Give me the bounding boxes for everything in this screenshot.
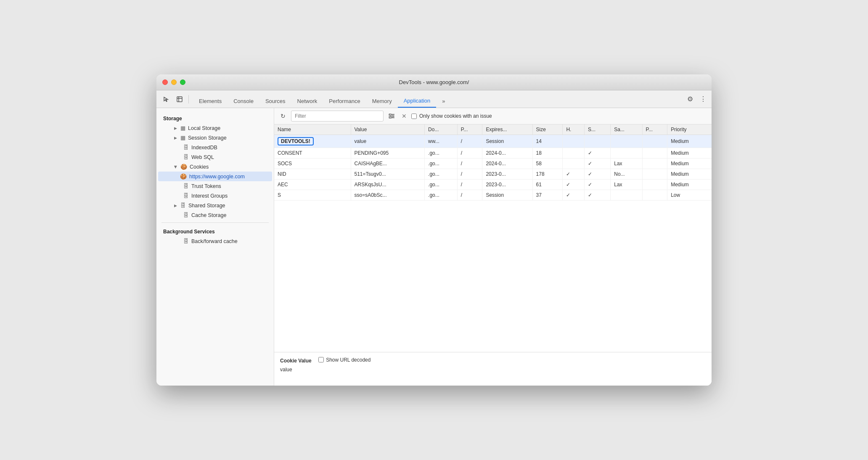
tab-more[interactable]: » (436, 94, 451, 108)
cookie-path-cell: / (457, 159, 482, 169)
cookie-name-cell: NID (274, 169, 351, 180)
inspect-button[interactable] (173, 93, 186, 105)
table-row[interactable]: NID 511=Tsugv0... .go... / 2023-0... 178… (274, 169, 712, 180)
arrow-down-icon: ▶ (174, 165, 178, 168)
cookie-expires-cell: 2024-0... (482, 159, 532, 169)
sidebar-item-trust-tokens[interactable]: 🗄 Trust Tokens (158, 181, 272, 191)
cookie-name-cell[interactable]: DEVTOOLS! (274, 135, 351, 148)
cookies-table-container: Name Value Do... P... Expires... Size H.… (274, 124, 712, 352)
sidebar-item-cache-storage[interactable]: 🗄 Cache Storage (158, 210, 272, 220)
cookie-priority-cell: Low (667, 190, 712, 201)
cookie-icon: 🍪 (180, 164, 187, 170)
maximize-button[interactable] (180, 79, 185, 85)
sidebar-item-cookies[interactable]: ▶ 🍪 Cookies (158, 162, 272, 172)
cookie-secure-cell: ✓ (584, 159, 610, 169)
cylinder-icon: 🗄 (183, 154, 189, 160)
cookie-secure-cell: ✓ (584, 148, 610, 159)
cookie-secure-cell: ✓ (584, 190, 610, 201)
close-button[interactable] (162, 79, 168, 85)
col-expires[interactable]: Expires... (482, 124, 532, 135)
cookie-secure-cell: ✓ (584, 180, 610, 190)
sidebar-item-indexed-db[interactable]: 🗄 IndexedDB (158, 143, 272, 152)
sidebar-item-back-forward-cache[interactable]: 🗄 Back/forward cache (158, 236, 272, 246)
traffic-lights (162, 79, 185, 85)
col-secure[interactable]: S... (584, 124, 610, 135)
cookie-value-cell: ARSKqsJsU... (351, 180, 425, 190)
cookie-value-cell: CAISHAgBE... (351, 159, 425, 169)
cookie-samesite-cell: No... (611, 169, 642, 180)
tab-memory[interactable]: Memory (366, 94, 398, 108)
cookie-path-cell: / (457, 180, 482, 190)
svg-point-6 (389, 114, 391, 115)
filter-settings-icon[interactable] (386, 111, 397, 122)
cookie-value-section: Cookie Value Show URL decoded value (274, 352, 712, 386)
cookie-size-cell: 18 (532, 148, 563, 159)
table-row[interactable]: AEC ARSKqsJsU... .go... / 2023-0... 61 ✓… (274, 180, 712, 190)
main-panel: ↻ ✕ Only show cookies with an issue (274, 108, 712, 386)
cookie-value-label: Cookie Value (280, 358, 312, 364)
sidebar-divider (161, 222, 269, 223)
devtools-highlight: DEVTOOLS! (278, 137, 314, 145)
cookie-partitioned-cell (642, 159, 667, 169)
cookie-name-cell: AEC (274, 180, 351, 190)
issue-checkbox-label[interactable]: Only show cookies with an issue (411, 113, 492, 119)
col-value[interactable]: Value (351, 124, 425, 135)
cylinder-icon: 🗄 (183, 183, 189, 189)
cylinder-icon: 🗄 (183, 212, 189, 218)
col-size[interactable]: Size (532, 124, 563, 135)
tab-network[interactable]: Network (291, 94, 323, 108)
cookie-domain-cell: .go... (425, 148, 458, 159)
cookie-size-cell: 37 (532, 190, 563, 201)
cookie-partitioned-cell (642, 148, 667, 159)
sidebar-item-interest-groups[interactable]: 🗄 Interest Groups (158, 191, 272, 201)
storage-section-title: Storage (156, 112, 274, 123)
col-domain[interactable]: Do... (425, 124, 458, 135)
tab-performance[interactable]: Performance (323, 94, 366, 108)
issue-checkbox[interactable] (411, 114, 417, 119)
show-url-decoded-checkbox[interactable] (318, 357, 324, 362)
cookie-secure-cell: ✓ (584, 169, 610, 180)
cookie-priority-cell: Medium (667, 135, 712, 148)
col-partitioned[interactable]: P... (642, 124, 667, 135)
clear-filter-button[interactable]: ✕ (400, 111, 409, 121)
sidebar-item-cookies-google[interactable]: 🍪 https://www.google.com (158, 172, 272, 181)
col-priority[interactable]: Priority (667, 124, 712, 135)
more-menu-button[interactable]: ⋮ (698, 93, 708, 105)
cookie-size-cell: 58 (532, 159, 563, 169)
tab-elements[interactable]: Elements (193, 94, 228, 108)
table-row[interactable]: S sso=sA0bSc... .go... / Session 37 ✓ ✓ … (274, 190, 712, 201)
sidebar-item-session-storage[interactable]: ▶ ▦ Session Storage (158, 133, 272, 143)
table-row[interactable]: DEVTOOLS! value ww... / Session 14 Mediu… (274, 135, 712, 148)
cookie-samesite-cell (611, 190, 642, 201)
devtools-window: DevTools - www.google.com/ Elements Cons… (156, 74, 712, 386)
content-area: Storage ▶ ▦ Local Storage ▶ ▦ Session St… (156, 108, 712, 386)
sidebar-item-web-sql[interactable]: 🗄 Web SQL (158, 152, 272, 162)
sidebar-item-local-storage[interactable]: ▶ ▦ Local Storage (158, 123, 272, 133)
minimize-button[interactable] (171, 79, 177, 85)
col-httponly[interactable]: H. (563, 124, 585, 135)
cookie-httponly-cell (563, 135, 585, 148)
tab-console[interactable]: Console (228, 94, 259, 108)
col-samesite[interactable]: Sa... (611, 124, 642, 135)
cookie-value-cell: 511=Tsugv0... (351, 169, 425, 180)
col-name[interactable]: Name (274, 124, 351, 135)
show-url-decoded-label[interactable]: Show URL decoded (318, 357, 370, 363)
tab-sources[interactable]: Sources (259, 94, 291, 108)
cookie-samesite-cell: Lax (611, 159, 642, 169)
cookie-priority-cell: Medium (667, 180, 712, 190)
cookie-expires-cell: Session (482, 135, 532, 148)
svg-point-8 (389, 117, 391, 119)
refresh-button[interactable]: ↻ (278, 111, 288, 122)
settings-button[interactable]: ⚙ (684, 93, 696, 105)
cursor-tool-button[interactable] (160, 93, 172, 105)
filter-input[interactable] (291, 111, 384, 122)
sidebar-item-shared-storage[interactable]: ▶ 🗄 Shared Storage (158, 201, 272, 210)
svg-point-7 (392, 115, 394, 117)
cookie-httponly-cell: ✓ (563, 180, 585, 190)
svg-rect-0 (177, 97, 182, 102)
table-row[interactable]: CONSENT PENDING+095 .go... / 2024-0... 1… (274, 148, 712, 159)
table-row[interactable]: SOCS CAISHAgBE... .go... / 2024-0... 58 … (274, 159, 712, 169)
tab-application[interactable]: Application (398, 94, 437, 108)
background-services-title: Background Services (156, 225, 274, 236)
col-path[interactable]: P... (457, 124, 482, 135)
